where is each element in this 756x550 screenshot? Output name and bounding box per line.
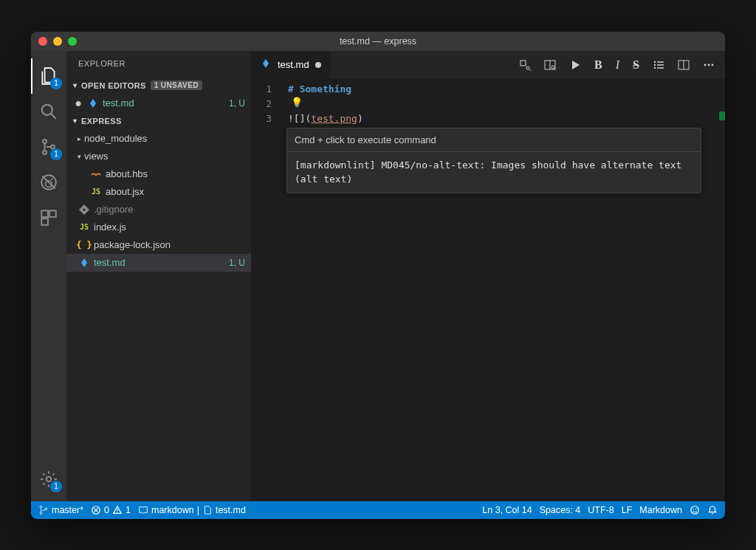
status-notifications[interactable] — [707, 505, 718, 515]
activity-settings[interactable]: 1 — [31, 461, 66, 497]
svg-point-11 — [83, 208, 85, 210]
svg-point-2 — [43, 139, 47, 142]
smiley-icon — [690, 505, 700, 515]
open-editor-item[interactable]: ● test.md 1, U — [66, 94, 251, 112]
explorer-badge: 1 — [50, 78, 62, 89]
file-label: about.jsx — [106, 186, 245, 197]
tree-file-gitignore[interactable]: .gitignore — [66, 201, 251, 219]
tree-file-about-hbs[interactable]: about.hbs — [66, 165, 251, 183]
svg-point-30 — [40, 512, 42, 514]
svg-line-14 — [529, 69, 531, 71]
editor-tab[interactable]: test.md — [251, 51, 331, 79]
open-editor-filename: test.md — [103, 97, 224, 109]
status-git-branch[interactable]: master* — [38, 505, 83, 515]
workspace-label: EXPRESS — [81, 117, 122, 126]
error-icon — [91, 505, 101, 515]
activity-debug[interactable] — [31, 165, 66, 200]
tree-file-package-lock[interactable]: { } package-lock.json — [66, 236, 251, 254]
tree-file-index-js[interactable]: JS index.js — [66, 219, 251, 236]
activity-extensions[interactable] — [31, 200, 66, 236]
workspace-section[interactable]: ▾ EXPRESS — [66, 112, 251, 130]
code-line: ![](test.png) — [288, 111, 725, 126]
svg-point-36 — [117, 511, 117, 512]
file-label: test.md — [94, 257, 224, 268]
svg-point-17 — [551, 66, 554, 69]
markdown-file-icon — [260, 58, 272, 72]
status-cursor-position[interactable]: Ln 3, Col 14 — [482, 505, 532, 515]
json-file-icon: { } — [77, 240, 92, 250]
code-content[interactable]: # Something ![](test.png) 💡 Cmd + click … — [285, 79, 725, 501]
status-bar: master* 0 1 markdown | test.md Ln 3, Col… — [31, 501, 725, 519]
svg-point-10 — [47, 476, 52, 481]
status-language-mode[interactable]: Markdown — [639, 505, 682, 515]
tree-file-about-jsx[interactable]: JS about.jsx — [66, 183, 251, 201]
find-replace-button[interactable] — [519, 59, 531, 71]
svg-point-29 — [40, 506, 42, 508]
status-encoding[interactable]: UTF-8 — [588, 505, 614, 515]
window-title: test.md — express — [31, 36, 725, 47]
folder-label: views — [84, 151, 245, 162]
activity-source-control[interactable]: 1 — [31, 129, 66, 165]
tree-file-test-md[interactable]: test.md 1, U — [66, 254, 251, 272]
svg-point-37 — [691, 506, 699, 514]
svg-rect-12 — [520, 61, 526, 66]
code-line: # Something — [288, 82, 725, 97]
hover-command-hint: Cmd + click to execute command — [287, 128, 701, 152]
bold-button[interactable]: B — [594, 58, 602, 72]
svg-point-31 — [45, 507, 47, 509]
activity-search[interactable] — [31, 94, 66, 129]
lightbulb-icon[interactable]: 💡 — [291, 97, 303, 108]
hover-lint-message: [markdownlint] MD045/no-alt-text: Images… — [287, 152, 701, 193]
svg-rect-9 — [41, 219, 48, 225]
tree-folder-node-modules[interactable]: ▸ node_modules — [66, 130, 251, 148]
open-editors-section[interactable]: ▾ OPEN EDITORS 1 UNSAVED — [66, 77, 251, 94]
hover-tooltip: Cmd + click to execute command [markdown… — [286, 128, 701, 193]
file-label: .gitignore — [94, 204, 245, 215]
activity-bar: 1 1 1 — [31, 51, 66, 501]
svg-point-18 — [654, 61, 656, 62]
svg-line-1 — [51, 114, 56, 119]
svg-point-28 — [712, 63, 714, 66]
scm-badge: 1 — [50, 148, 62, 160]
tab-filename: test.md — [278, 59, 309, 70]
line-number-gutter: 1 2 3 — [251, 79, 285, 501]
overview-marker — [719, 111, 725, 120]
settings-badge: 1 — [50, 481, 62, 492]
list-button[interactable] — [653, 59, 664, 71]
svg-point-3 — [43, 151, 47, 154]
activity-explorer[interactable]: 1 — [31, 58, 66, 94]
markdown-file-icon — [86, 97, 100, 109]
editor-actions: B I S — [519, 58, 725, 72]
book-icon — [138, 505, 148, 515]
debug-icon — [39, 173, 58, 192]
search-icon — [39, 102, 58, 121]
status-indentation[interactable]: Spaces: 4 — [540, 505, 581, 515]
open-preview-side-button[interactable] — [544, 59, 556, 71]
svg-rect-8 — [49, 210, 56, 217]
code-editor[interactable]: 1 2 3 # Something ![](test.png) 💡 Cmd + … — [251, 79, 725, 501]
svg-point-26 — [704, 63, 707, 66]
tree-folder-views[interactable]: ▾ views — [66, 148, 251, 165]
status-problems[interactable]: 0 1 — [91, 505, 131, 515]
bell-icon — [707, 505, 718, 515]
unsaved-badge: 1 UNSAVED — [151, 80, 202, 90]
run-button[interactable] — [569, 59, 581, 71]
warning-icon — [112, 505, 123, 515]
svg-point-39 — [695, 508, 696, 509]
split-editor-button[interactable] — [678, 59, 690, 71]
unsaved-dot-icon — [315, 62, 321, 68]
status-markdown-tool[interactable]: markdown | test.md — [138, 505, 246, 515]
strikethrough-button[interactable]: S — [633, 58, 639, 72]
svg-point-0 — [42, 104, 52, 114]
handlebars-file-icon — [89, 168, 103, 180]
chevron-right-icon: ▸ — [74, 135, 84, 142]
chevron-down-icon: ▾ — [69, 117, 81, 125]
line-number: 2 — [251, 97, 285, 111]
italic-button[interactable]: I — [616, 58, 619, 72]
status-eol[interactable]: LF — [622, 505, 633, 515]
more-actions-button[interactable] — [703, 59, 715, 71]
main-area: 1 1 1 EXPLORER ▾ — [31, 51, 725, 501]
status-feedback[interactable] — [690, 505, 700, 515]
vscode-window: test.md — express 1 1 1 — [31, 32, 725, 519]
svg-point-20 — [654, 66, 656, 68]
